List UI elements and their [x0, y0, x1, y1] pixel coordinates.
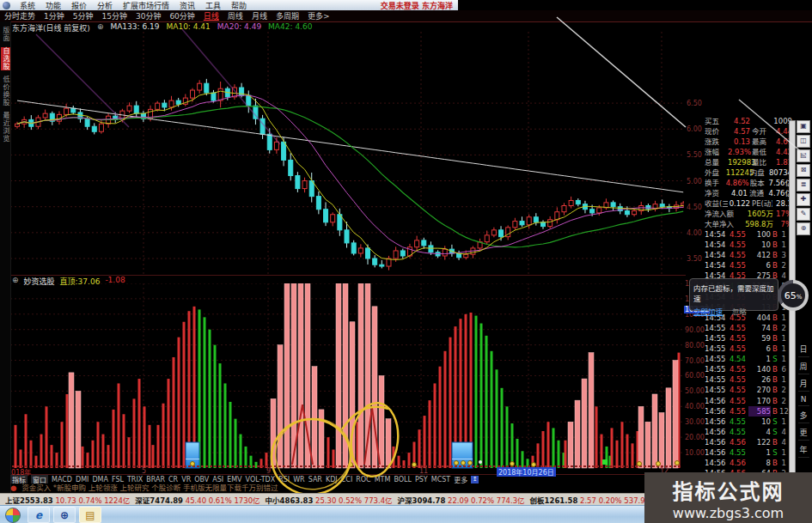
tick-row[interactable]: 14:544.55412B3 — [705, 250, 791, 260]
index-segment-上证[interactable]: 上证2553.83 10.73 0.74% 1224亿 — [5, 495, 130, 505]
indicator-tab-BRAR[interactable]: BRAR — [146, 476, 165, 483]
period-tab-周线[interactable]: 周线 — [228, 10, 243, 21]
menu-item-系统[interactable]: 系统 — [20, 2, 35, 10]
menu-item-分析[interactable]: 分析 — [97, 2, 113, 10]
indicator-tab-ROC[interactable]: ROC — [356, 476, 370, 483]
period-tab-多周期[interactable]: 多周期 — [276, 10, 299, 21]
indicator-tab-FSL[interactable]: FSL — [112, 476, 124, 483]
period-tab-月线[interactable]: 月线 — [252, 10, 267, 21]
tick-row[interactable]: 14:554.5526B1 — [705, 374, 791, 385]
period-quick-tab-多[interactable]: 多 — [798, 408, 809, 423]
period-quick-tab-月[interactable]: 月 — [798, 376, 809, 392]
period-quick-tab-年[interactable]: 年 — [798, 442, 809, 458]
tick-row[interactable]: 14:564.568B1 — [705, 458, 791, 468]
tick-row[interactable]: 14:544.55100B1 — [705, 229, 791, 240]
index-segment-中小[interactable]: 中小4863.83 25.30 0.52% 773.4亿 — [266, 495, 393, 505]
add-icon[interactable]: ✚ — [797, 193, 810, 206]
tick-row[interactable]: 14:564.554S4 — [705, 427, 791, 437]
tick-trade-list[interactable]: 14:544.55100B114:544.5510B114:544.55412B… — [705, 229, 791, 489]
indicator-tab-TRIX[interactable]: TRIX — [127, 476, 143, 483]
indicator-tab-MCST[interactable]: MCST — [431, 476, 450, 483]
index-segment-沪深[interactable]: 沪深3094.78 22.09 0.72% 774.3亿 — [398, 495, 525, 505]
expand-icon[interactable]: ⊕ — [97, 22, 104, 32]
sidebar-tab-版面[interactable]: 版面 — [1, 27, 10, 42]
tick-row[interactable]: 14:554.556B1 — [705, 344, 791, 354]
period-tab-分时走势[interactable]: 分时走势 — [4, 10, 35, 21]
indicator-tab-RSI[interactable]: RSI — [278, 476, 290, 483]
indicator-tab-BOLL[interactable]: BOLL — [394, 476, 412, 483]
sidebar-tab-最近浏览[interactable]: 最近浏览 — [1, 112, 10, 143]
tick-row[interactable]: 14:564.551S1 — [705, 447, 791, 458]
menu-lines-icon[interactable]: ≣ — [797, 179, 810, 192]
ignore-link[interactable]: 忽略 — [732, 307, 747, 316]
trading-app-icon[interactable]: ⊕ — [53, 507, 76, 523]
indicator-tab-ASI[interactable]: ASI — [212, 476, 223, 483]
menu-item-工具[interactable]: 工具 — [205, 2, 221, 10]
period-quick-tab-N[interactable]: N — [798, 393, 809, 406]
main-candle-chart[interactable] — [10, 32, 684, 276]
start-button-icon[interactable] — [5, 508, 21, 523]
layout-icon[interactable]: ▣ — [797, 120, 810, 133]
period-quick-tab-日[interactable]: 日 — [798, 342, 809, 357]
list-view-icon[interactable]: ▤ — [797, 149, 810, 162]
close-panel-icon[interactable]: ⊠ — [797, 164, 810, 177]
indicator-tab-VOL-TDX[interactable]: VOL-TDX — [246, 476, 276, 483]
period-tab-5分钟[interactable]: 5分钟 — [73, 10, 94, 21]
draw-icon[interactable]: ✎ — [797, 208, 810, 221]
period-tab-日线[interactable]: 日线 — [204, 10, 219, 21]
tick-row[interactable]: 14:554.5559B1 — [705, 333, 791, 344]
tick-row[interactable]: 14:564.55170B2 — [705, 396, 791, 406]
indicator-tab-MTM[interactable]: MTM — [375, 476, 391, 483]
period-tab-更多>[interactable]: 更多> — [308, 10, 330, 21]
period-tab-60分钟[interactable]: 60分钟 — [169, 10, 194, 21]
indicator-tab-CR[interactable]: CR — [168, 476, 178, 483]
indicator-chart[interactable] — [10, 283, 684, 471]
indicator-expand-icon[interactable]: ⊕ — [12, 276, 19, 285]
tick-row[interactable]: 14:554.5574B2 — [705, 323, 791, 333]
period-tab-30分钟[interactable]: 30分钟 — [136, 10, 161, 21]
indicator-tab-DMI[interactable]: DMI — [76, 476, 89, 483]
indicator-tab-MACD[interactable]: MACD — [52, 476, 72, 483]
tick-row[interactable]: 14:544.556B2 — [705, 260, 791, 271]
indicator-tab-DMA[interactable]: DMA — [92, 476, 108, 483]
sidebar-tab-低价换股[interactable]: 低价换股 — [1, 76, 10, 106]
menu-item-功能[interactable]: 功能 — [46, 2, 61, 10]
indicator-tab-PSY[interactable]: PSY — [415, 476, 428, 483]
folder-icon[interactable]: ▤ — [79, 507, 101, 523]
indicator-tab-更多[interactable]: 更多 — [454, 475, 467, 483]
period-tab-1分钟[interactable]: 1分钟 — [44, 10, 64, 21]
zoom-plus-icon[interactable]: ⊕ — [797, 222, 810, 235]
menu-item-扩展市场行情[interactable]: 扩展市场行情 — [123, 2, 169, 10]
sidebar-tab-自选股[interactable]: 自选股 — [1, 47, 10, 70]
index-segment-深证[interactable]: 深证7474.89 45.40 0.61% 1730亿 — [135, 495, 259, 505]
index-segment-创板[interactable]: 创板1261.58 2.57 0.20% 537.9亿 — [530, 495, 653, 505]
period-quick-tab-更[interactable]: 更 — [798, 425, 809, 441]
login-state-label[interactable]: 交易未登录 东方海洋 — [381, 0, 453, 11]
accelerate-link[interactable]: 立即加速 — [693, 307, 723, 316]
indicator-tab-EMV[interactable]: EMV — [227, 476, 241, 483]
indicator-tab-OBV[interactable]: OBV — [194, 476, 209, 483]
browser-icon[interactable]: e — [27, 507, 50, 523]
indicator-tab-CCI[interactable]: CCI — [341, 476, 353, 483]
indicator-tab-KDJ[interactable]: KDJ — [326, 476, 338, 483]
tick-row[interactable]: 14:564.56122B4 — [705, 437, 791, 447]
tick-row[interactable]: 14:554.541S1 — [705, 354, 791, 364]
period-tab-15分钟[interactable]: 15分钟 — [101, 10, 126, 21]
more-arrow-icon[interactable]: ↥ — [471, 476, 479, 483]
period-quick-tab-周[interactable]: 周 — [798, 359, 809, 374]
tick-row[interactable]: 14:564.5510S1 — [705, 417, 791, 427]
split-view-icon[interactable]: ◫ — [797, 135, 810, 148]
indicator-tab-指标[interactable]: 指标 — [10, 475, 27, 483]
tick-row[interactable]: 14:564.55585B12 — [705, 406, 791, 417]
tick-row[interactable]: 14:554.55140B6 — [705, 364, 791, 374]
tick-row[interactable]: 14:544.5510B1 — [705, 240, 791, 250]
tick-row[interactable]: 14:554.55270B2 — [705, 385, 791, 395]
indicator-tab-窗口[interactable]: 窗口 — [31, 475, 48, 483]
indicator-tab-WR[interactable]: WR — [293, 476, 304, 483]
menu-item-资讯[interactable]: 资讯 — [180, 2, 195, 10]
indicator-tab-SAR[interactable]: SAR — [308, 476, 322, 483]
price-axis-label: 4.50 — [687, 204, 702, 211]
menu-item-帮助[interactable]: 帮助 — [231, 2, 247, 10]
menu-item-报价[interactable]: 报价 — [71, 2, 87, 10]
indicator-tab-VR[interactable]: VR — [181, 476, 191, 483]
